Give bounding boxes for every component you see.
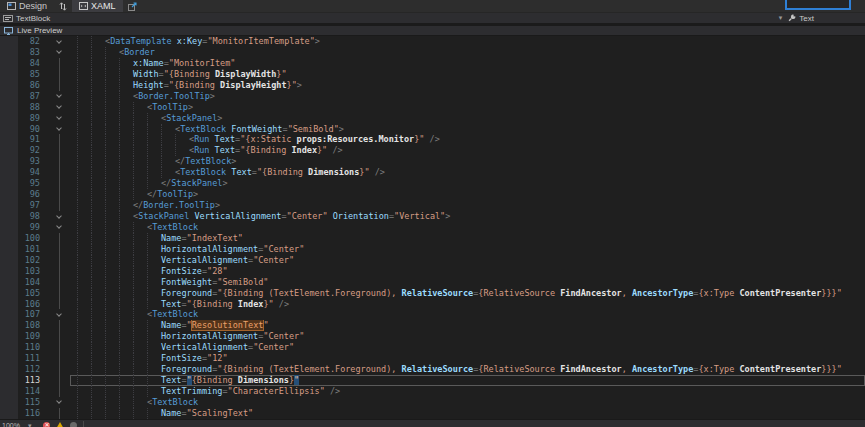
fold-chevron-icon[interactable] <box>56 103 62 109</box>
breadcrumb-dropdown-icon[interactable]: ▾ <box>773 14 789 22</box>
code-text[interactable]: <Border <box>70 47 865 58</box>
line-number[interactable]: 105 <box>18 288 44 299</box>
breakpoint-margin[interactable] <box>0 397 18 408</box>
fold-margin[interactable] <box>44 102 70 113</box>
code-line[interactable]: 91<Run Text="{x:Static props:Resources.M… <box>0 134 865 145</box>
code-text[interactable]: </Border.ToolTip> <box>70 200 865 211</box>
line-number[interactable]: 92 <box>18 145 44 156</box>
breakpoint-margin[interactable] <box>0 156 18 167</box>
code-text[interactable]: <DataTemplate x:Key="MonitorItemTemplate… <box>70 36 865 47</box>
code-line[interactable]: 84x:Name="MonitorItem" <box>0 58 865 69</box>
breakpoint-margin[interactable] <box>0 134 18 145</box>
breakpoint-margin[interactable] <box>0 277 18 288</box>
code-line[interactable]: 108Name="ResolutionText" <box>0 320 865 331</box>
code-text[interactable]: Text="{Binding Dimensions}" <box>70 375 865 386</box>
breakpoint-margin[interactable] <box>0 364 18 375</box>
line-number[interactable]: 116 <box>18 408 44 419</box>
code-text[interactable]: <Run Text="{x:Static props:Resources.Mon… <box>70 134 865 145</box>
line-number[interactable]: 101 <box>18 244 44 255</box>
fold-chevron-icon[interactable] <box>56 213 62 219</box>
line-number[interactable]: 88 <box>18 102 44 113</box>
breakpoint-margin[interactable] <box>0 299 18 310</box>
code-text[interactable]: TextTrimming="CharacterEllipsis" /> <box>70 386 865 397</box>
fold-chevron-icon[interactable] <box>56 311 62 317</box>
code-text[interactable]: </TextBlock> <box>70 156 865 167</box>
code-line[interactable]: 88<ToolTip> <box>0 102 865 113</box>
breakpoint-margin[interactable] <box>0 47 18 58</box>
breakpoint-margin[interactable] <box>0 102 18 113</box>
breakpoint-margin[interactable] <box>0 233 18 244</box>
line-number[interactable]: 87 <box>18 91 44 102</box>
code-line[interactable]: 116Name="ScalingText" <box>0 408 865 419</box>
code-line[interactable]: 92<Run Text="{Binding Index}" /> <box>0 145 865 156</box>
line-number[interactable]: 90 <box>18 124 44 135</box>
edit-text-quick-action[interactable]: Text <box>788 14 814 23</box>
code-line[interactable]: 107<TextBlock <box>0 309 865 320</box>
code-line[interactable]: 83<Border <box>0 47 865 58</box>
line-number[interactable]: 94 <box>18 167 44 178</box>
code-text[interactable]: Name="ResolutionText" <box>70 320 865 331</box>
code-line[interactable]: 105Foreground="{Binding (TextElement.For… <box>0 288 865 299</box>
code-line[interactable]: 93</TextBlock> <box>0 156 865 167</box>
code-line[interactable]: 115<TextBlock <box>0 397 865 408</box>
line-number[interactable]: 104 <box>18 277 44 288</box>
line-number[interactable]: 84 <box>18 58 44 69</box>
fold-margin[interactable] <box>44 309 70 320</box>
code-line[interactable]: 96</ToolTip> <box>0 189 865 200</box>
breakpoint-margin[interactable] <box>0 69 18 80</box>
breakpoint-margin[interactable] <box>0 211 18 222</box>
code-line[interactable]: 87<Border.ToolTip> <box>0 91 865 102</box>
code-line[interactable]: 94<TextBlock Text="{Binding Dimensions}"… <box>0 167 865 178</box>
breakpoint-margin[interactable] <box>0 200 18 211</box>
code-text[interactable]: FontSize="12" <box>70 353 865 364</box>
breakpoint-margin[interactable] <box>0 320 18 331</box>
line-number[interactable]: 91 <box>18 134 44 145</box>
breakpoint-margin[interactable] <box>0 91 18 102</box>
fold-chevron-icon[interactable] <box>56 399 62 405</box>
swap-panes-button[interactable] <box>54 0 72 12</box>
line-number[interactable]: 106 <box>18 299 44 310</box>
popout-button[interactable] <box>123 0 142 12</box>
code-line[interactable]: 104FontWeight="SemiBold" <box>0 277 865 288</box>
line-number[interactable]: 85 <box>18 69 44 80</box>
code-text[interactable]: <TextBlock Text="{Binding Dimensions}" /… <box>70 167 865 178</box>
code-line[interactable]: 114TextTrimming="CharacterEllipsis" /> <box>0 386 865 397</box>
breakpoint-margin[interactable] <box>0 113 18 124</box>
code-text[interactable]: </StackPanel> <box>70 178 865 189</box>
code-editor[interactable]: 82<DataTemplate x:Key="MonitorItemTempla… <box>0 36 865 419</box>
fold-margin[interactable] <box>44 47 70 58</box>
code-text[interactable]: </ToolTip> <box>70 189 865 200</box>
line-number[interactable]: 95 <box>18 178 44 189</box>
code-line[interactable]: 101HorizontalAlignment="Center" <box>0 244 865 255</box>
code-text[interactable]: <TextBlock <box>70 397 865 408</box>
code-line[interactable]: 103FontSize="28" <box>0 266 865 277</box>
fold-margin[interactable] <box>44 211 70 222</box>
fold-chevron-icon[interactable] <box>56 92 62 98</box>
code-text[interactable]: HorizontalAlignment="Center" <box>70 331 865 342</box>
focused-toolbar-box[interactable] <box>785 0 851 10</box>
fold-chevron-icon[interactable] <box>56 224 62 230</box>
code-line[interactable]: 112Foreground="{Binding (TextElement.For… <box>0 364 865 375</box>
breakpoint-margin[interactable] <box>0 375 18 386</box>
live-preview-bar[interactable]: Live Preview <box>0 26 865 36</box>
fold-margin[interactable] <box>44 113 70 124</box>
fold-chevron-icon[interactable] <box>56 49 62 55</box>
breadcrumb[interactable]: TextBlock <box>3 14 50 23</box>
code-text[interactable]: <ToolTip> <box>70 102 865 113</box>
breakpoint-margin[interactable] <box>0 36 18 47</box>
code-text[interactable]: Height="{Binding DisplayHeight}"> <box>70 80 865 91</box>
line-number[interactable]: 89 <box>18 113 44 124</box>
code-line[interactable]: 111FontSize="12" <box>0 353 865 364</box>
code-text[interactable]: FontSize="28" <box>70 266 865 277</box>
message-indicator[interactable] <box>70 421 77 427</box>
line-number[interactable]: 113 <box>18 375 44 386</box>
line-number[interactable]: 111 <box>18 353 44 364</box>
breakpoint-margin[interactable] <box>0 124 18 135</box>
code-text[interactable]: <Border.ToolTip> <box>70 91 865 102</box>
code-line[interactable]: 102VerticalAlignment="Center" <box>0 255 865 266</box>
fold-chevron-icon[interactable] <box>56 38 62 44</box>
code-line[interactable]: 97</Border.ToolTip> <box>0 200 865 211</box>
line-number[interactable]: 100 <box>18 233 44 244</box>
line-number[interactable]: 93 <box>18 156 44 167</box>
breakpoint-margin[interactable] <box>0 222 18 233</box>
